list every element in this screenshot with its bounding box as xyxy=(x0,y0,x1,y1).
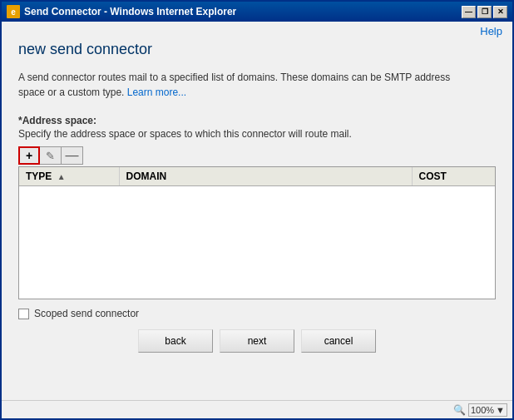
address-space-table-container: TYPE ▲ DOMAIN COST xyxy=(18,166,496,299)
col-domain-label: DOMAIN xyxy=(126,170,167,182)
col-cost[interactable]: COST xyxy=(412,167,495,186)
bottom-buttons: back next cancel xyxy=(18,319,496,366)
cancel-button[interactable]: cancel xyxy=(301,329,376,353)
toolbar: + ✎ — xyxy=(18,146,496,165)
scoped-connector-checkbox[interactable] xyxy=(18,309,29,319)
main-content: new send connector A send connector rout… xyxy=(2,37,512,400)
help-link[interactable]: Help xyxy=(480,25,502,37)
address-space-table: TYPE ▲ DOMAIN COST xyxy=(19,167,495,186)
back-button[interactable]: back xyxy=(138,329,213,353)
page-title: new send connector xyxy=(18,41,496,58)
edit-button[interactable]: ✎ xyxy=(40,146,62,165)
col-type-label: TYPE xyxy=(26,170,52,182)
remove-button[interactable]: — xyxy=(62,146,83,165)
col-cost-label: COST xyxy=(419,170,447,182)
main-window: e Send Connector - Windows Internet Expl… xyxy=(0,0,514,420)
learn-more-link[interactable]: Learn more... xyxy=(127,86,186,98)
status-bar: 🔍 100% ▼ xyxy=(2,400,512,418)
next-button[interactable]: next xyxy=(220,329,294,353)
restore-button[interactable]: ❐ xyxy=(477,6,492,18)
address-space-label: *Address space: xyxy=(18,115,496,126)
close-button[interactable]: ✕ xyxy=(493,6,507,18)
address-space-desc: Specify the address space or spaces to w… xyxy=(18,128,496,140)
minimize-button[interactable]: — xyxy=(462,6,476,18)
window-title: Send Connector - Windows Internet Explor… xyxy=(24,6,236,17)
sort-arrow-type: ▲ xyxy=(57,172,66,181)
zoom-dropdown[interactable]: 100% ▼ xyxy=(468,403,507,417)
title-bar-left: e Send Connector - Windows Internet Expl… xyxy=(7,5,236,18)
description-text: A send connector routes mail to a specif… xyxy=(18,70,496,100)
title-bar: e Send Connector - Windows Internet Expl… xyxy=(2,2,512,22)
table-header-row: TYPE ▲ DOMAIN COST xyxy=(19,167,495,186)
col-type[interactable]: TYPE ▲ xyxy=(19,167,119,186)
zoom-control: 🔍 100% ▼ xyxy=(453,403,507,417)
scoped-connector-row: Scoped send connector xyxy=(18,308,496,319)
add-button[interactable]: + xyxy=(18,146,40,165)
col-domain[interactable]: DOMAIN xyxy=(119,167,412,186)
title-bar-controls[interactable]: — ❐ ✕ xyxy=(462,6,507,18)
zoom-icon: 🔍 xyxy=(453,404,466,416)
help-bar: Help xyxy=(2,22,512,37)
ie-icon: e xyxy=(7,5,20,18)
scoped-connector-label: Scoped send connector xyxy=(34,308,139,319)
zoom-value: 100% xyxy=(471,405,494,415)
description-line2: space or a custom type. xyxy=(18,86,124,98)
content-area: Help new send connector A send connector… xyxy=(2,22,512,400)
zoom-chevron: ▼ xyxy=(496,405,505,415)
description-line1: A send connector routes mail to a specif… xyxy=(18,72,450,83)
